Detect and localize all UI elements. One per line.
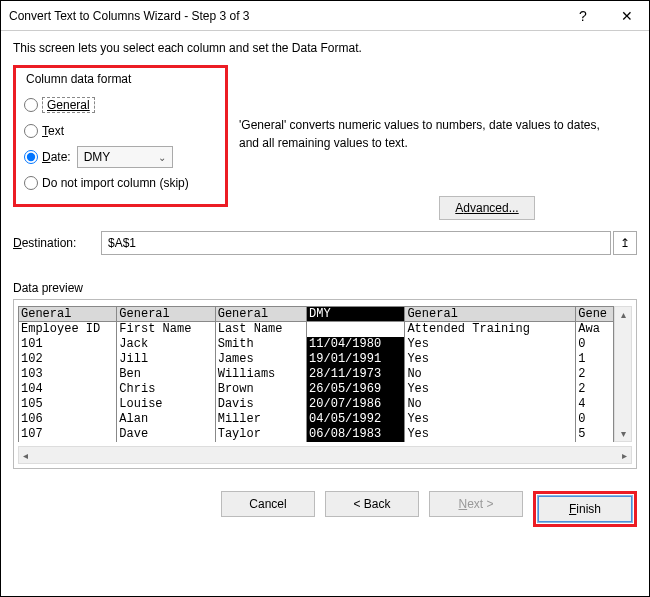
data-cell[interactable]: 103 xyxy=(19,367,117,382)
data-cell[interactable]: 4 xyxy=(576,397,614,412)
table-row: 102JillJames19/01/1991Yes1 xyxy=(19,352,614,367)
data-cell[interactable]: Jill xyxy=(117,352,215,367)
table-row: 103BenWilliams28/11/1973No2 xyxy=(19,367,614,382)
help-button[interactable]: ? xyxy=(561,1,605,31)
header-cell[interactable]: Attended Training xyxy=(405,322,576,337)
data-cell[interactable]: 1 xyxy=(576,352,614,367)
next-button: Next > xyxy=(429,491,523,517)
data-cell[interactable]: Taylor xyxy=(216,427,307,442)
data-cell[interactable]: Yes xyxy=(405,337,576,352)
table-row: 105LouiseDavis20/07/1986No4 xyxy=(19,397,614,412)
data-cell[interactable]: 105 xyxy=(19,397,117,412)
preview-table[interactable]: GeneralGeneralGeneralDMYGeneralGeneEmplo… xyxy=(18,306,614,442)
destination-row: Destination: $A$1 ↥ xyxy=(13,231,637,255)
data-cell[interactable]: Yes xyxy=(405,352,576,367)
option-date[interactable]: Date: DMY ⌄ xyxy=(24,144,217,170)
data-cell[interactable]: 0 xyxy=(576,412,614,427)
preview-panel: GeneralGeneralGeneralDMYGeneralGeneEmplo… xyxy=(13,299,637,469)
footer-buttons: Cancel < Back Next > Finish xyxy=(1,477,649,541)
data-cell[interactable]: 20/07/1986 xyxy=(307,397,405,412)
header-cell[interactable]: DOB xyxy=(307,322,405,337)
data-cell[interactable]: 106 xyxy=(19,412,117,427)
header-cell[interactable]: Last Name xyxy=(216,322,307,337)
horizontal-scrollbar[interactable]: ◂ ▸ xyxy=(18,446,632,464)
chevron-down-icon: ⌄ xyxy=(158,152,166,163)
data-cell[interactable]: 06/08/1983 xyxy=(307,427,405,442)
data-cell[interactable]: Williams xyxy=(216,367,307,382)
data-cell[interactable]: Chris xyxy=(117,382,215,397)
data-cell[interactable]: 2 xyxy=(576,382,614,397)
label-text: Text xyxy=(42,124,64,138)
header-row: Employee IDFirst NameLast NameDOBAttende… xyxy=(19,322,614,337)
label-skip: Do not import column (skip) xyxy=(42,176,189,190)
close-button[interactable]: ✕ xyxy=(605,1,649,31)
data-cell[interactable]: 104 xyxy=(19,382,117,397)
data-cell[interactable]: 04/05/1992 xyxy=(307,412,405,427)
vertical-scrollbar[interactable]: ▴ ▾ xyxy=(614,306,632,442)
column-data-format-group: Column data format General Text Date: DM… xyxy=(13,65,228,207)
destination-label: Destination: xyxy=(13,236,101,250)
format-header-row: GeneralGeneralGeneralDMYGeneralGene xyxy=(19,307,614,322)
header-cell[interactable]: Employee ID xyxy=(19,322,117,337)
table-row: 101JackSmith11/04/1980Yes0 xyxy=(19,337,614,352)
table-row: 106AlanMiller04/05/1992Yes0 xyxy=(19,412,614,427)
data-cell[interactable]: Miller xyxy=(216,412,307,427)
label-date: Date: xyxy=(42,150,71,164)
radio-skip[interactable] xyxy=(24,176,38,190)
data-cell[interactable]: Louise xyxy=(117,397,215,412)
data-cell[interactable]: No xyxy=(405,397,576,412)
option-skip[interactable]: Do not import column (skip) xyxy=(24,170,217,196)
data-cell[interactable]: Yes xyxy=(405,412,576,427)
date-order-select[interactable]: DMY ⌄ xyxy=(77,146,173,168)
data-cell[interactable]: 11/04/1980 xyxy=(307,337,405,352)
data-cell[interactable]: 28/11/1973 xyxy=(307,367,405,382)
finish-highlight: Finish xyxy=(533,491,637,527)
finish-button[interactable]: Finish xyxy=(538,496,632,522)
intro-text: This screen lets you select each column … xyxy=(13,41,637,55)
data-cell[interactable]: Ben xyxy=(117,367,215,382)
format-cell[interactable]: General xyxy=(405,307,576,322)
header-cell[interactable]: Awa xyxy=(576,322,614,337)
header-cell[interactable]: First Name xyxy=(117,322,215,337)
data-cell[interactable]: 26/05/1969 xyxy=(307,382,405,397)
data-cell[interactable]: Jack xyxy=(117,337,215,352)
format-cell[interactable]: DMY xyxy=(307,307,405,322)
data-cell[interactable]: 101 xyxy=(19,337,117,352)
dialog-body: This screen lets you select each column … xyxy=(1,31,649,469)
table-row: 107DaveTaylor06/08/1983Yes5 xyxy=(19,427,614,442)
format-cell[interactable]: Gene xyxy=(576,307,614,322)
data-cell[interactable]: Yes xyxy=(405,427,576,442)
data-cell[interactable]: James xyxy=(216,352,307,367)
data-cell[interactable]: 5 xyxy=(576,427,614,442)
format-cell[interactable]: General xyxy=(19,307,117,322)
data-cell[interactable]: 2 xyxy=(576,367,614,382)
data-cell[interactable]: Dave xyxy=(117,427,215,442)
format-cell[interactable]: General xyxy=(216,307,307,322)
data-cell[interactable]: 0 xyxy=(576,337,614,352)
scroll-right-icon: ▸ xyxy=(622,450,627,461)
option-text[interactable]: Text xyxy=(24,118,217,144)
data-cell[interactable]: 19/01/1991 xyxy=(307,352,405,367)
destination-input[interactable]: $A$1 xyxy=(101,231,611,255)
radio-general[interactable] xyxy=(24,98,38,112)
destination-pick-button[interactable]: ↥ xyxy=(613,231,637,255)
data-cell[interactable]: 107 xyxy=(19,427,117,442)
scroll-left-icon: ◂ xyxy=(23,450,28,461)
data-cell[interactable]: Yes xyxy=(405,382,576,397)
data-cell[interactable]: Alan xyxy=(117,412,215,427)
back-button[interactable]: < Back xyxy=(325,491,419,517)
scroll-down-icon: ▾ xyxy=(621,428,626,439)
cancel-button[interactable]: Cancel xyxy=(221,491,315,517)
date-order-value: DMY xyxy=(84,150,111,164)
data-cell[interactable]: Davis xyxy=(216,397,307,412)
data-cell[interactable]: No xyxy=(405,367,576,382)
preview-label: Data preview xyxy=(13,281,637,295)
option-general[interactable]: General xyxy=(24,92,217,118)
advanced-button[interactable]: Advanced... xyxy=(439,196,535,220)
data-cell[interactable]: Brown xyxy=(216,382,307,397)
data-cell[interactable]: Smith xyxy=(216,337,307,352)
data-cell[interactable]: 102 xyxy=(19,352,117,367)
format-cell[interactable]: General xyxy=(117,307,215,322)
radio-text[interactable] xyxy=(24,124,38,138)
radio-date[interactable] xyxy=(24,150,38,164)
